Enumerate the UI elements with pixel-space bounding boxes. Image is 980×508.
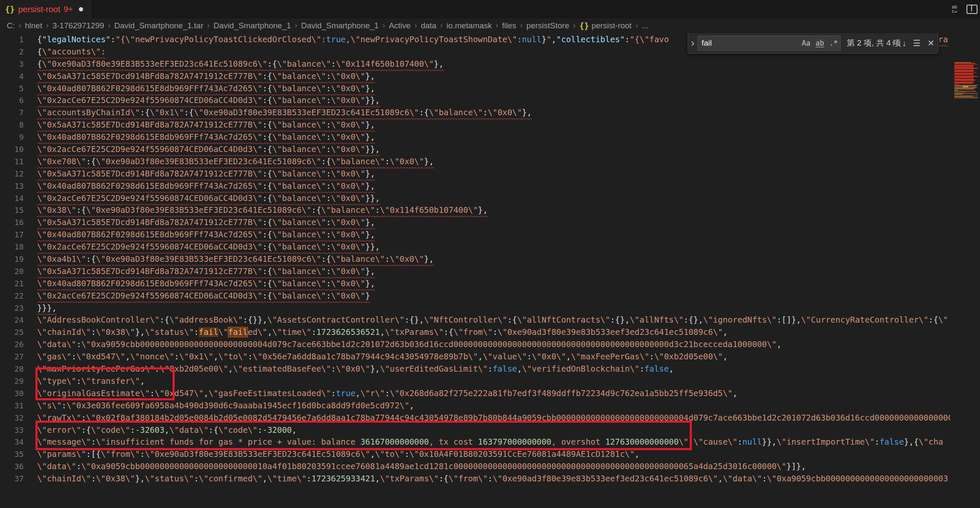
line-number: 36 (0, 461, 24, 473)
breadcrumb-item[interactable]: C: (7, 21, 15, 30)
code-line: \"0x2acCe67E25C2D9e924f55960874CED06aCC4… (37, 193, 952, 205)
breadcrumb-item[interactable]: David_Smartphone_1 (301, 21, 379, 30)
line-number: 8 (0, 119, 24, 131)
code-line: \"0x38\":{\"0xe90aD3f80e39E83B533eEF3ED2… (37, 204, 952, 217)
breadcrumb-separator: › (414, 21, 417, 30)
line-number: 9 (0, 131, 24, 144)
regex-icon[interactable]: .* (829, 39, 838, 47)
code-line: \"0x40ad807B862F0298d615E8db969FFf743Ac7… (37, 278, 952, 290)
breadcrumb-separator: › (520, 21, 523, 30)
breadcrumb-separator: › (19, 21, 21, 30)
breadcrumb-item[interactable]: David_Smartphone_1.tar (114, 21, 203, 30)
breadcrumb-item[interactable]: {}persist-root (579, 21, 632, 30)
line-number: 14 (0, 193, 24, 205)
word-wrap-icon[interactable]: abc↵ (952, 5, 957, 14)
tab-persist-root[interactable]: {} persist-root 9+ (0, 0, 91, 19)
code-line: \"0x5aA371c585E7Dcd914BFd8a782A7471912cE… (37, 217, 952, 229)
code-lines[interactable]: {"legalNotices":"{\"newPrivacyPolicyToas… (37, 34, 952, 485)
whole-word-icon[interactable]: ab (815, 39, 824, 47)
line-number: 4 (0, 71, 24, 83)
minimap-line (954, 91, 976, 92)
line-number: 23 (0, 302, 24, 315)
breadcrumb-item[interactable]: persistStore (526, 21, 569, 30)
json-file-icon: {} (5, 5, 15, 14)
breadcrumb-item[interactable]: 3-1762971299 (52, 21, 104, 30)
code-editor[interactable]: 1234567891011121314151617181920212223242… (0, 32, 980, 508)
breadcrumb-item[interactable]: ... (642, 21, 648, 30)
match-case-icon[interactable]: Aa (802, 39, 810, 47)
find-input-box: Aa ab .* (697, 35, 841, 51)
minimap-line (954, 77, 974, 78)
toggle-replace-chevron-icon[interactable]: › (688, 37, 697, 49)
breadcrumb-separator: › (207, 21, 210, 30)
line-number: 22 (0, 290, 24, 302)
line-number: 24 (0, 314, 24, 326)
line-number-gutter[interactable]: 1234567891011121314151617181920212223242… (0, 34, 24, 485)
breadcrumb-separator: › (46, 21, 49, 30)
line-number: 33 (0, 424, 24, 437)
code-line: \"0x5aA371c585E7Dcd914BFd8a782A7471912cE… (37, 168, 952, 180)
minimap-line (954, 89, 974, 90)
code-line: \"0x40ad807B862F0298d615E8db969FFf743Ac7… (37, 180, 952, 193)
line-number: 13 (0, 180, 24, 193)
minimap-line (954, 83, 973, 84)
breadcrumb-separator: › (108, 21, 111, 30)
breadcrumb-item[interactable]: io.metamask (446, 21, 492, 30)
breadcrumb-separator: › (295, 21, 297, 30)
vscode-window: {} persist-root 9+ abc↵ C:›hlnet›3-17629… (0, 0, 980, 508)
tab-label: persist-root (18, 5, 60, 14)
annotation-box-type-transfer (35, 367, 175, 400)
breadcrumb-separator: › (635, 21, 638, 30)
breadcrumb-item[interactable]: hlnet (25, 21, 42, 30)
line-number: 5 (0, 83, 24, 95)
breadcrumb-item[interactable]: Active (389, 21, 411, 30)
line-number: 29 (0, 375, 24, 388)
minimap-line (954, 97, 978, 98)
split-editor-icon[interactable] (967, 5, 977, 14)
modified-dot-icon[interactable] (79, 7, 83, 11)
breadcrumb-separator: › (440, 21, 443, 30)
line-number: 12 (0, 168, 24, 180)
editor-actions: abc↵ (952, 0, 977, 19)
annotation-box-error-message (35, 421, 692, 450)
next-match-icon[interactable]: ↓ (902, 38, 906, 48)
code-line: \"0x40ad807B862F0298d615E8db969FFf743Ac7… (37, 229, 952, 241)
breadcrumb-item[interactable]: David_Smartphone_1 (213, 21, 291, 30)
line-number: 19 (0, 253, 24, 266)
code-line: \"gas\":\"0xd547\",\"nonce\":\"0x1\",\"t… (37, 351, 952, 363)
json-file-icon: {} (579, 21, 589, 30)
find-input[interactable] (698, 38, 790, 48)
line-number: 25 (0, 326, 24, 339)
code-line: \"0x5aA371c585E7Dcd914BFd8a782A7471912cE… (37, 266, 952, 278)
line-number: 20 (0, 266, 24, 278)
line-number: 7 (0, 107, 24, 119)
minimap-line (954, 66, 974, 67)
code-line: \"chainId\":\"0x38\"},\"status\":fail\"f… (37, 326, 952, 339)
clipped-line1-text: ra (938, 34, 948, 46)
code-line: {\"0xe90aD3f80e39E83B533eEF3ED23c641Ec51… (37, 58, 952, 71)
close-icon[interactable]: ✕ (927, 38, 934, 48)
previous-match-icon[interactable]: ↑ (891, 38, 895, 48)
minimap-line (954, 98, 978, 99)
code-line: \"0x2acCe67E25C2D9e924f55960874CED06aCC4… (37, 144, 952, 156)
line-number: 28 (0, 363, 24, 375)
minimap-line (954, 68, 978, 69)
breadcrumb-item[interactable]: data (421, 21, 436, 30)
code-line: \"chainId\":\"0x38\"},\"status\":\"confi… (37, 473, 952, 485)
line-number: 26 (0, 339, 24, 351)
breadcrumb-item[interactable]: files (502, 21, 516, 30)
line-number: 2 (0, 46, 24, 58)
line-number: 21 (0, 278, 24, 290)
breadcrumb: C:›hlnet›3-1762971299›David_Smartphone_1… (0, 19, 980, 32)
line-number: 34 (0, 436, 24, 448)
line-number: 16 (0, 217, 24, 229)
code-line: \"AddressBookController\":{\"addressBook… (37, 314, 952, 326)
line-number: 30 (0, 388, 24, 400)
minimap-line (954, 71, 974, 72)
code-line: \"params\":[{\"from\":\"0xe90aD3f80e39E8… (37, 448, 952, 461)
line-number: 6 (0, 95, 24, 107)
breadcrumb-separator: › (383, 21, 385, 30)
breadcrumb-separator: › (573, 21, 575, 30)
find-in-selection-icon[interactable]: ☰ (913, 38, 921, 48)
minimap[interactable] (950, 32, 980, 508)
